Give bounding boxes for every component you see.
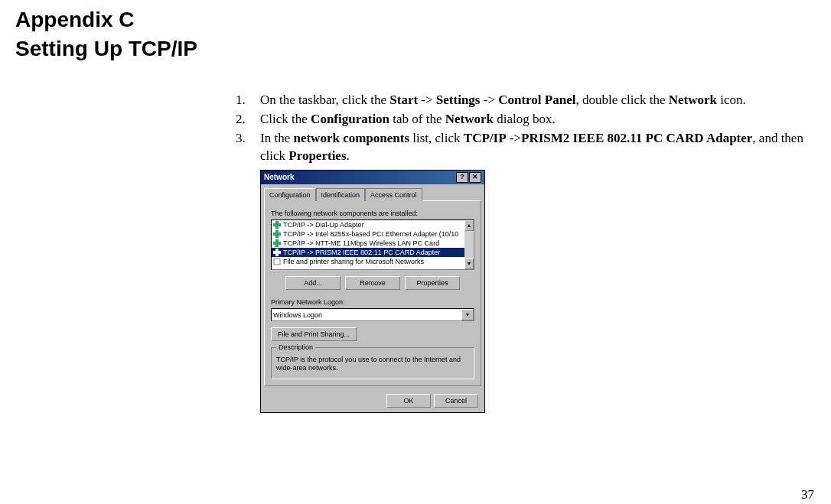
list-item-label: TCP/IP -> Dial-Up Adapter xyxy=(283,220,364,229)
text: On the taskbar, click the xyxy=(260,93,389,107)
titlebar[interactable]: Network ? ✕ xyxy=(261,171,484,184)
step-1: On the taskbar, click the Start -> Setti… xyxy=(249,92,816,109)
logon-combo[interactable]: Windows Logon ▼ xyxy=(271,308,474,321)
text: list, click xyxy=(409,131,464,145)
svg-rect-8 xyxy=(274,259,280,265)
text: Click the xyxy=(260,112,311,126)
bold-start: Start xyxy=(389,93,418,107)
logon-value: Windows Logon xyxy=(273,311,322,320)
text: -> xyxy=(507,131,522,145)
text: -> xyxy=(480,93,498,107)
text: , double click the xyxy=(575,93,668,107)
add-button[interactable]: Add... xyxy=(285,276,341,290)
panel: The following network components are ins… xyxy=(264,200,481,386)
bold-configuration: Configuration xyxy=(311,112,389,126)
list-item[interactable]: TCP/IP -> Dial-Up Adapter xyxy=(272,220,474,229)
tab-access-control[interactable]: Access Control xyxy=(365,188,422,201)
components-label: The following network components are ins… xyxy=(271,209,474,218)
bold-network: Network xyxy=(669,93,717,107)
chevron-down-icon[interactable]: ▼ xyxy=(461,309,474,320)
ok-button[interactable]: OK xyxy=(386,394,431,408)
protocol-icon xyxy=(273,230,281,238)
scroll-down-icon[interactable]: ▼ xyxy=(464,259,474,269)
bold-networkcomponents: network components xyxy=(293,131,409,145)
description-legend: Description xyxy=(276,343,315,352)
description-text: TCP/IP is the protocol you use to connec… xyxy=(276,356,469,372)
bold-network: Network xyxy=(445,112,494,126)
list-item[interactable]: TCP/IP -> Intel 8255x-based PCI Ethernet… xyxy=(272,229,474,239)
list-item[interactable]: TCP/IP -> NTT-ME 11Mbps Wireless LAN PC … xyxy=(272,239,474,248)
cancel-button[interactable]: Cancel xyxy=(434,394,478,408)
bold-prism2: PRISM2 IEEE 802.11 PC CARD Adapter xyxy=(521,131,752,145)
close-button[interactable]: ✕ xyxy=(469,172,481,183)
help-button[interactable]: ? xyxy=(456,172,468,183)
scroll-track[interactable] xyxy=(464,231,474,259)
remove-button[interactable]: Remove xyxy=(345,276,400,290)
svg-rect-7 xyxy=(275,249,279,256)
properties-button[interactable]: Properties xyxy=(405,276,460,290)
list-item-label: TCP/IP -> PRISM2 IEEE 802.11 PC CARD Ada… xyxy=(283,248,440,257)
svg-rect-5 xyxy=(275,239,279,247)
dialog-bottom-row: OK Cancel xyxy=(261,389,484,412)
network-dialog: Network ? ✕ Configuration Identification… xyxy=(260,170,485,413)
list-item-label: TCP/IP -> NTT-ME 11Mbps Wireless LAN PC … xyxy=(283,239,439,248)
heading-title: Setting Up TCP/IP xyxy=(15,37,816,61)
protocol-icon xyxy=(273,221,281,229)
content-area: On the taskbar, click the Start -> Setti… xyxy=(230,92,816,413)
text: In the xyxy=(260,131,293,145)
text: . xyxy=(347,148,350,163)
dialog-title: Network xyxy=(264,172,294,183)
tab-configuration[interactable]: Configuration xyxy=(264,188,316,201)
svg-rect-1 xyxy=(275,221,279,229)
list-item-label: TCP/IP -> Intel 8255x-based PCI Ethernet… xyxy=(283,229,458,239)
text: tab of the xyxy=(389,112,445,126)
components-list[interactable]: TCP/IP -> Dial-Up Adapter TCP/IP -> Inte… xyxy=(271,219,474,270)
text: -> xyxy=(418,93,436,107)
step-3: In the network components list, click TC… xyxy=(249,130,816,413)
bold-tcpip: TCP/IP xyxy=(464,131,507,145)
bold-settings: Settings xyxy=(436,93,481,107)
service-icon xyxy=(273,258,281,265)
scrollbar[interactable]: ▲ ▼ xyxy=(464,220,474,269)
step-2: Click the Configuration tab of the Netwo… xyxy=(249,111,816,128)
scroll-up-icon[interactable]: ▲ xyxy=(464,220,474,231)
protocol-icon xyxy=(273,239,281,247)
text: icon. xyxy=(717,93,746,107)
file-print-sharing-button[interactable]: File and Print Sharing... xyxy=(271,327,357,341)
list-item-label: File and printer sharing for Microsoft N… xyxy=(283,257,424,266)
list-item[interactable]: File and printer sharing for Microsoft N… xyxy=(272,257,474,266)
text: dialog box. xyxy=(494,112,556,126)
bold-properties: Properties xyxy=(288,148,346,163)
protocol-icon xyxy=(273,249,281,256)
svg-rect-3 xyxy=(275,230,279,238)
tabs: Configuration Identification Access Cont… xyxy=(261,184,484,200)
description-group: Description TCP/IP is the protocol you u… xyxy=(271,347,474,379)
heading-appendix: Appendix C xyxy=(15,8,816,32)
bold-controlpanel: Control Panel xyxy=(498,93,575,107)
list-item-selected[interactable]: TCP/IP -> PRISM2 IEEE 802.11 PC CARD Ada… xyxy=(272,248,474,257)
tab-identification[interactable]: Identification xyxy=(316,188,366,201)
logon-label: Primary Network Logon: xyxy=(271,298,474,307)
button-row: Add... Remove Properties xyxy=(271,276,474,290)
